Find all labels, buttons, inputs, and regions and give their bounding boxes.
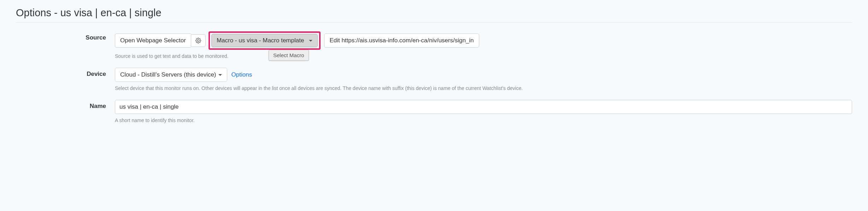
device-label: Device [87, 71, 106, 77]
source-row: Source Open Webpage Selector Macro - us … [16, 31, 852, 59]
edit-url-button[interactable]: Edit https://ais.usvisa-info.com/en-ca/n… [324, 34, 479, 48]
source-settings-button[interactable] [191, 34, 206, 47]
macro-tooltip: Select Macro [269, 50, 309, 61]
source-help: Source is used to get text and data to b… [115, 53, 852, 59]
device-help: Select device that this monitor runs on.… [115, 85, 852, 91]
name-row: Name A short name to identify this monit… [16, 100, 852, 123]
name-label-col: Name [16, 100, 115, 110]
open-webpage-selector-button[interactable]: Open Webpage Selector [115, 34, 191, 48]
macro-dropdown-button[interactable]: Macro - us visa - Macro template [211, 34, 318, 47]
divider [16, 22, 852, 23]
name-input[interactable] [115, 100, 852, 114]
device-dropdown-label: Cloud - Distill's Servers (this device) [120, 71, 216, 78]
device-row: Device Cloud - Distill's Servers (this d… [16, 68, 852, 91]
device-label-col: Device [16, 68, 115, 78]
macro-dropdown-label: Macro - us visa - Macro template [217, 37, 304, 44]
device-options-link[interactable]: Options [231, 71, 252, 78]
chevron-down-icon [218, 74, 222, 76]
device-field-col: Cloud - Distill's Servers (this device) … [115, 68, 852, 91]
name-field-col: A short name to identify this monitor. [115, 100, 852, 123]
name-label: Name [90, 103, 106, 109]
macro-highlight-box: Macro - us visa - Macro template [209, 31, 321, 50]
chevron-down-icon [309, 40, 312, 42]
name-help: A short name to identify this monitor. [115, 117, 852, 123]
source-btn-row: Open Webpage Selector Macro - us visa - … [115, 31, 852, 50]
source-label-col: Source [16, 31, 115, 41]
device-btn-row: Cloud - Distill's Servers (this device) … [115, 68, 852, 82]
edit-url-label: Edit https://ais.usvisa-info.com/en-ca/n… [329, 37, 474, 44]
open-webpage-selector-label: Open Webpage Selector [120, 37, 186, 44]
source-field-col: Open Webpage Selector Macro - us visa - … [115, 31, 852, 59]
source-label: Source [86, 34, 106, 41]
device-dropdown-button[interactable]: Cloud - Distill's Servers (this device) [115, 68, 227, 82]
gear-icon [195, 38, 201, 43]
page-title: Options - us visa | en-ca | single [16, 7, 852, 19]
